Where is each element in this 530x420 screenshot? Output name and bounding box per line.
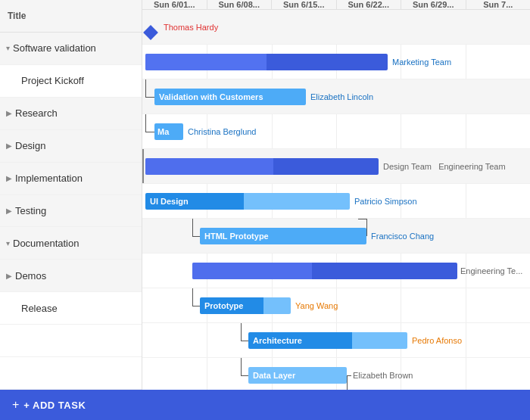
chart-row-testing: UI Design Patricio Simpson bbox=[142, 184, 530, 219]
expand-arrow-icon: ▾ bbox=[6, 239, 10, 247]
col-header-5: Sun 6/29... bbox=[401, 0, 466, 9]
chart-row-demos: Engineering Te... bbox=[142, 254, 530, 288]
dep-v-doc bbox=[192, 219, 193, 236]
sidebar-label: Design bbox=[15, 140, 45, 151]
dep-line-h2 bbox=[145, 132, 154, 132]
sidebar-item-research[interactable]: ▶ Research bbox=[0, 98, 142, 130]
assignee-engineering: Engineering Te... bbox=[460, 266, 522, 275]
dep-h-dl bbox=[241, 375, 248, 376]
chart-rows: Thomas Hardy Marketing Team Va bbox=[142, 10, 530, 390]
expand-arrow-icon: ▶ bbox=[6, 174, 12, 182]
chart-header: Sun 6/01... Sun 6/08... Sun 6/15... Sun … bbox=[142, 0, 530, 10]
sidebar-item-extra2 bbox=[0, 357, 142, 390]
dep-v-arch bbox=[241, 323, 242, 341]
chart-row-design: Ma Christina Berglund bbox=[142, 114, 530, 149]
sidebar-item-implementation[interactable]: ▶ Implementation bbox=[0, 163, 142, 195]
sidebar-item-testing[interactable]: ▶ Testing bbox=[0, 195, 142, 228]
expand-arrow-icon: ▾ bbox=[6, 44, 10, 52]
separator bbox=[142, 149, 144, 183]
chart-row-project-kickoff: Marketing Team bbox=[142, 45, 530, 79]
expand-arrow-icon: ▶ bbox=[6, 207, 12, 215]
sidebar-label: Release bbox=[21, 303, 58, 314]
dep-line-v bbox=[145, 79, 146, 97]
sidebar: Title ▾ Software validation Project Kick… bbox=[0, 0, 142, 390]
bar-prototype[interactable]: Prototype bbox=[200, 297, 291, 314]
dep-v-right bbox=[366, 219, 367, 236]
assignee-francisco: Francisco Chang bbox=[371, 232, 434, 241]
bar-label: Validation with Customers bbox=[154, 92, 268, 101]
sidebar-item-extra1 bbox=[0, 325, 142, 357]
assignee-patricio: Patricio Simpson bbox=[354, 197, 417, 206]
assignee-marketing-team: Marketing Team bbox=[392, 58, 451, 67]
assignee-pedro: Pedro Afonso bbox=[412, 336, 462, 345]
sidebar-label: Demos bbox=[15, 270, 46, 282]
sidebar-label: Research bbox=[15, 107, 58, 119]
col-header-1: Sun 6/01... bbox=[142, 0, 207, 9]
col-header-6: Sun 7... bbox=[466, 0, 531, 9]
dep-v-rel bbox=[192, 288, 193, 306]
chart-row-documentation: HTML Prototype Francisco Chang bbox=[142, 219, 530, 254]
bar-label: Ma bbox=[154, 127, 172, 136]
sidebar-label: Software validation bbox=[13, 42, 96, 54]
bar-html-prototype[interactable]: HTML Prototype bbox=[200, 228, 366, 244]
chart-row-software-validation: Thomas Hardy bbox=[142, 10, 530, 45]
chart-area: Sun 6/01... Sun 6/08... Sun 6/15... Sun … bbox=[142, 0, 530, 390]
bar-architecture[interactable]: Architecture bbox=[248, 332, 407, 349]
dep-line-v2 bbox=[145, 114, 146, 132]
assignee-yang: Yang Wang bbox=[295, 301, 338, 310]
app-container: Title ▾ Software validation Project Kick… bbox=[0, 0, 530, 420]
sidebar-item-release[interactable]: Release bbox=[0, 292, 142, 325]
sidebar-item-project-kickoff[interactable]: Project Kickoff bbox=[0, 65, 142, 98]
dep-line-h bbox=[145, 97, 154, 98]
milestone-diamond bbox=[143, 25, 158, 40]
assignee-elizabeth-lincoln: Elizabeth Lincoln bbox=[310, 92, 373, 101]
gantt-area: Title ▾ Software validation Project Kick… bbox=[0, 0, 530, 390]
add-task-bar[interactable]: + + ADD TASK bbox=[0, 390, 530, 420]
sidebar-item-demos[interactable]: ▶ Demos bbox=[0, 260, 142, 292]
dep-h-dl-end bbox=[347, 375, 351, 376]
bar-ui-design[interactable]: UI Design bbox=[145, 193, 350, 210]
bar-datalayer[interactable]: Data Layer bbox=[248, 367, 347, 384]
assignee-teams: Design Team Engineering Team bbox=[383, 162, 506, 171]
dep-v-dl bbox=[241, 358, 242, 375]
sidebar-label: Project Kickoff bbox=[21, 75, 84, 86]
assignee-elizabeth-brown: Elizabeth Brown bbox=[353, 371, 413, 380]
bar-label: UI Design bbox=[145, 197, 193, 206]
sidebar-item-design[interactable]: ▶ Design bbox=[0, 130, 142, 163]
bar-label: Data Layer bbox=[248, 371, 300, 380]
col-header-2: Sun 6/08... bbox=[207, 0, 273, 9]
title-header-label: Title bbox=[8, 11, 26, 21]
dep-h-arch bbox=[241, 341, 248, 341]
bar-design[interactable]: Ma bbox=[154, 123, 183, 140]
bar-project-kickoff[interactable] bbox=[145, 54, 388, 70]
dep-h-rel bbox=[192, 306, 200, 306]
sidebar-header: Title bbox=[0, 0, 142, 33]
expand-arrow-icon: ▶ bbox=[6, 109, 12, 117]
chart-row-architecture: Architecture Pedro Afonso bbox=[142, 323, 530, 358]
sidebar-label: Documentation bbox=[13, 238, 79, 249]
plus-icon: + bbox=[12, 398, 19, 412]
bar-implementation[interactable] bbox=[145, 158, 379, 175]
chart-row-datalayer: Data Layer Elizabeth Brown bbox=[142, 358, 530, 390]
assignee-christina: Christina Berglund bbox=[188, 127, 257, 136]
bar-demos[interactable] bbox=[192, 263, 457, 279]
chart-row-research: Validation with Customers Elizabeth Linc… bbox=[142, 79, 530, 114]
dep-h-right bbox=[358, 219, 366, 219]
sidebar-item-software-validation[interactable]: ▾ Software validation bbox=[0, 33, 142, 65]
bar-label: HTML Prototype bbox=[200, 232, 273, 241]
bar-label: Architecture bbox=[248, 336, 307, 345]
sidebar-label: Implementation bbox=[15, 173, 83, 184]
col-header-4: Sun 6/22... bbox=[337, 0, 402, 9]
chart-row-release: Prototype Yang Wang bbox=[142, 288, 530, 323]
dep-v-dl-end bbox=[347, 375, 348, 390]
expand-arrow-icon: ▶ bbox=[6, 272, 12, 280]
dep-h-doc bbox=[192, 236, 200, 237]
bar-validation[interactable]: Validation with Customers bbox=[154, 89, 306, 105]
expand-arrow-icon: ▶ bbox=[6, 142, 12, 150]
sidebar-item-documentation[interactable]: ▾ Documentation bbox=[0, 227, 142, 260]
add-task-label: + ADD TASK bbox=[23, 400, 86, 411]
chart-row-implementation: Design Team Engineering Team bbox=[142, 149, 530, 184]
col-header-3: Sun 6/15... bbox=[272, 0, 337, 9]
bar-label: Prototype bbox=[200, 301, 248, 310]
assignee-thomas-hardy: Thomas Hardy bbox=[164, 23, 218, 32]
